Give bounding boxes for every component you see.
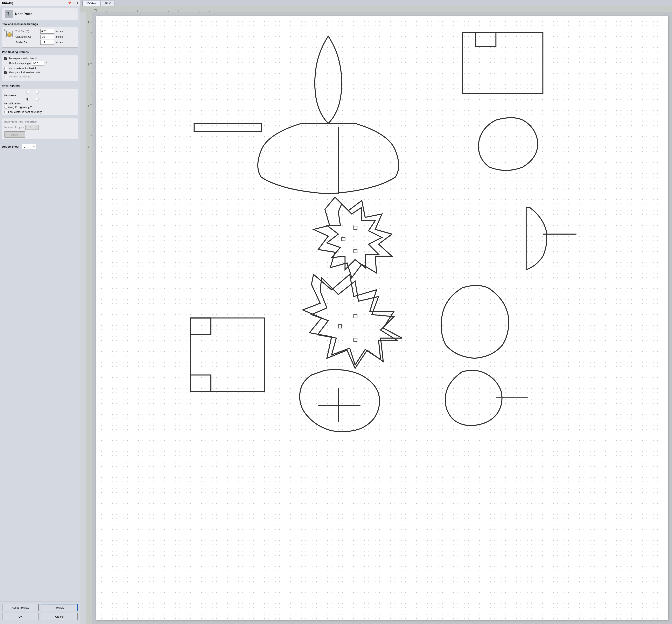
active-sheet-section: Active Sheet 0 1 2 <box>2 142 78 151</box>
diagram-row-top <box>26 90 39 94</box>
nest-two-sided-checkbox[interactable] <box>4 75 7 78</box>
help-icon[interactable]: ? <box>73 1 74 4</box>
allow-inside-checkbox[interactable] <box>4 71 7 74</box>
bottom-buttons: Reset Preview Preview OK Cancel <box>0 602 80 624</box>
svg-text:100: 100 <box>87 21 89 24</box>
nest-two-sided-row: Nest two-sided parts <box>4 75 76 78</box>
panel-titlebar: Drawing 📌 ? ⊣ <box>0 0 80 6</box>
tool-circle <box>7 32 12 37</box>
part-nesting-title: Part Nesting Options <box>2 50 78 54</box>
svg-rect-44 <box>354 250 357 253</box>
svg-rect-38 <box>462 33 543 93</box>
mirror-parts-label[interactable]: Mirror parts to find best fit <box>8 67 36 70</box>
individual-props-box: Individual Part Properties Number of cop… <box>2 118 78 139</box>
reset-preview-button[interactable]: Reset Preview <box>2 604 39 611</box>
ruler-corner <box>80 6 86 12</box>
nest-direction-section: Nest Direction Along X Along Y <box>4 102 76 109</box>
copies-row: Number of copies ▲ ▼ <box>4 125 76 130</box>
svg-rect-39 <box>476 33 496 46</box>
allow-inside-row: Allow parts inside other parts <box>4 71 76 74</box>
along-y-label[interactable]: Along Y <box>23 106 32 109</box>
copies-input[interactable] <box>26 125 35 130</box>
zigzag-logo: Zig zag <box>5 10 13 18</box>
tool-dia-input[interactable] <box>41 29 54 33</box>
clearance-unit: inches <box>56 35 63 38</box>
pushpin-icon[interactable]: ⊣ <box>75 1 78 4</box>
along-x-label[interactable]: Along X <box>8 106 17 109</box>
preview-button[interactable]: Preview <box>41 604 78 611</box>
individual-props-title: Individual Part Properties <box>4 120 76 123</box>
apply-button[interactable]: Apply <box>4 131 25 137</box>
svg-text:-80: -80 <box>94 8 97 10</box>
clearance-label: Clearance (C) <box>16 35 39 38</box>
clearance-row: Clearance (C) inches <box>16 34 76 39</box>
canvas-area <box>92 12 672 624</box>
last-vector-checkbox[interactable] <box>4 111 7 113</box>
svg-rect-46 <box>191 318 265 392</box>
rotate-parts-row: Rotate parts to find best fit <box>4 57 76 60</box>
panel-content: Zig zag Nest Parts Tool and Clearance Se… <box>0 6 80 602</box>
spacer <box>30 94 36 97</box>
nest-from-radio-1[interactable] <box>26 90 29 94</box>
allow-inside-label[interactable]: Allow parts inside other parts <box>8 71 40 74</box>
rotate-parts-checkbox[interactable] <box>4 57 7 60</box>
svg-text:60: 60 <box>87 105 89 107</box>
parts-svg <box>96 16 668 620</box>
along-y-radio[interactable] <box>20 106 22 109</box>
along-x-option: Along X <box>4 106 17 109</box>
titlebar-icons: 📌 ? ⊣ <box>68 1 78 4</box>
tool-clearance-title: Tool and Clearance Settings <box>2 22 78 26</box>
svg-text:zag: zag <box>5 14 9 16</box>
tool-dia-label: Tool Dia. (D) <box>16 30 39 33</box>
ok-button[interactable]: OK <box>2 613 39 620</box>
rotation-sub-row: Rotation step angle ° <box>9 61 76 66</box>
svg-rect-48 <box>191 375 211 392</box>
bottom-btn-row: OK Cancel <box>2 613 78 620</box>
border-gap-label: Border Gap <box>16 41 39 44</box>
copies-up-button[interactable]: ▲ <box>35 125 38 127</box>
copies-input-wrap: ▲ ▼ <box>25 125 39 130</box>
last-vector-label[interactable]: Last vector is nest boundary <box>8 110 42 113</box>
rotation-step-input[interactable] <box>32 61 44 66</box>
pin-icon[interactable]: 📌 <box>68 1 71 4</box>
svg-rect-51 <box>354 338 357 341</box>
svg-rect-42 <box>354 226 357 229</box>
nest-from-radio-3[interactable] <box>26 98 29 101</box>
h-line-2 <box>30 99 34 99</box>
svg-text:80: 80 <box>87 63 89 66</box>
nest-from-radio-4[interactable] <box>36 98 38 101</box>
mirror-parts-checkbox[interactable] <box>4 67 7 70</box>
tool-icon-area: D C Tool Dia. (D) inches <box>4 29 76 46</box>
sheet-options-title: Sheet Options <box>2 84 78 87</box>
rotate-parts-label[interactable]: Rotate parts to find best fit <box>8 57 37 60</box>
ruler-h-wrap: -80 <box>86 6 672 624</box>
panel-title: Drawing <box>2 1 14 4</box>
last-vector-row: Last vector is nest boundary <box>4 110 76 113</box>
direction-options: Along X Along Y <box>4 106 76 109</box>
nest-from-radio-2[interactable] <box>36 90 38 94</box>
v-line-right <box>38 94 38 97</box>
nest-from-label: Nest from ... <box>4 94 23 97</box>
left-panel: Drawing 📌 ? ⊣ Zig zag Nest Parts Tool an… <box>0 0 80 624</box>
tool-clearance-section: Tool and Clearance Settings D C <box>2 22 78 48</box>
border-gap-row: Border Gap inches <box>16 40 76 45</box>
sheet-options-box: Nest from ... <box>2 89 78 115</box>
cancel-button[interactable]: Cancel <box>41 613 78 620</box>
nest-from-diagram <box>26 90 39 101</box>
nesting-options-box: Rotate parts to find best fit Rotation s… <box>2 55 78 81</box>
border-gap-unit: inches <box>56 41 63 44</box>
sheet-options-section: Sheet Options Nest from ... <box>2 84 78 115</box>
clearance-input[interactable] <box>41 34 54 39</box>
top-btn-row: Reset Preview Preview <box>2 604 78 611</box>
active-sheet-select[interactable]: 0 1 2 <box>22 144 36 149</box>
along-y-option: Along Y <box>20 106 32 109</box>
tool-icon: D C <box>4 29 12 39</box>
copies-down-button[interactable]: ▼ <box>35 127 38 130</box>
tab-2d-view[interactable]: 2D View <box>82 1 101 6</box>
along-x-radio[interactable] <box>4 106 7 109</box>
border-gap-input[interactable] <box>41 40 54 45</box>
tab-3d-view[interactable]: 3D V <box>101 1 115 6</box>
tabs-bar: 2D View 3D V <box>80 0 672 6</box>
svg-rect-43 <box>342 237 345 241</box>
svg-text:40: 40 <box>87 146 89 148</box>
